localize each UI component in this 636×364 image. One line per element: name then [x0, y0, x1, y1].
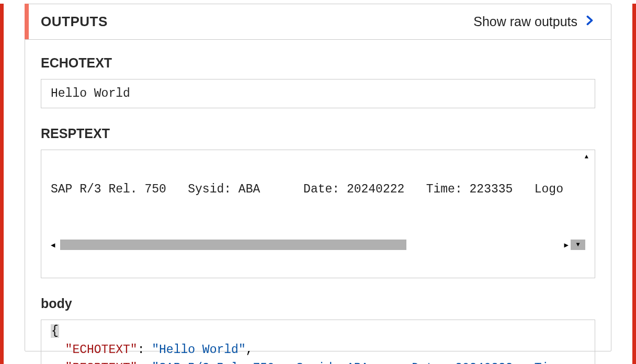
body-label: body — [41, 296, 595, 311]
scrollbar-thumb[interactable] — [60, 240, 406, 250]
scroll-up-icon[interactable]: ▲ — [585, 153, 588, 161]
json-colon: : — [138, 343, 152, 357]
show-raw-outputs-button[interactable]: Show raw outputs — [473, 14, 595, 29]
json-colon: : — [138, 361, 152, 364]
scroll-left-icon[interactable]: ◀ — [51, 241, 60, 249]
show-raw-outputs-label: Show raw outputs — [473, 14, 577, 29]
resptext-field: RESPTEXT SAP R/3 Rel. 750 Sysid: ABA Dat… — [41, 126, 595, 278]
json-val-echotext: "Hello World" — [152, 343, 245, 357]
scroll-right-icon[interactable]: ▶ — [559, 241, 569, 249]
outputs-panel: OUTPUTS Show raw outputs ECHOTEXT Hello … — [25, 4, 611, 351]
resptext-value-box[interactable]: SAP R/3 Rel. 750 Sysid: ABA Date: 202402… — [41, 150, 595, 278]
echotext-label: ECHOTEXT — [41, 55, 595, 71]
body-value-box[interactable]: { "ECHOTEXT": "Hello World", "RESPTEXT":… — [41, 320, 595, 364]
resptext-label: RESPTEXT — [41, 126, 595, 141]
outputs-header: OUTPUTS Show raw outputs — [25, 4, 611, 40]
json-brace-open: { — [51, 324, 59, 338]
resptext-value: SAP R/3 Rel. 750 Sysid: ABA Date: 202402… — [51, 183, 585, 196]
json-comma: , — [246, 343, 253, 357]
json-key-resptext: "RESPTEXT" — [65, 361, 138, 364]
body-json-code: { "ECHOTEXT": "Hello World", "RESPTEXT":… — [41, 322, 595, 364]
json-val-resptext: "SAP R/3 Rel. 750 Sysid: ABA Date: 20240… — [152, 361, 563, 364]
outputs-body: ECHOTEXT Hello World RESPTEXT SAP R/3 Re… — [25, 40, 611, 364]
chevron-right-icon — [584, 14, 595, 29]
body-field: body { "ECHOTEXT": "Hello World", "RESPT… — [41, 296, 595, 364]
json-key-echotext: "ECHOTEXT" — [65, 343, 138, 357]
scroll-down-icon[interactable]: ▼ — [571, 240, 585, 250]
outputs-title: OUTPUTS — [25, 14, 108, 30]
echotext-value-box[interactable]: Hello World — [41, 79, 595, 108]
resptext-scrollbar[interactable]: ◀ ▶ ▼ — [51, 239, 585, 251]
echotext-value: Hello World — [51, 87, 130, 100]
echotext-field: ECHOTEXT Hello World — [41, 55, 595, 108]
